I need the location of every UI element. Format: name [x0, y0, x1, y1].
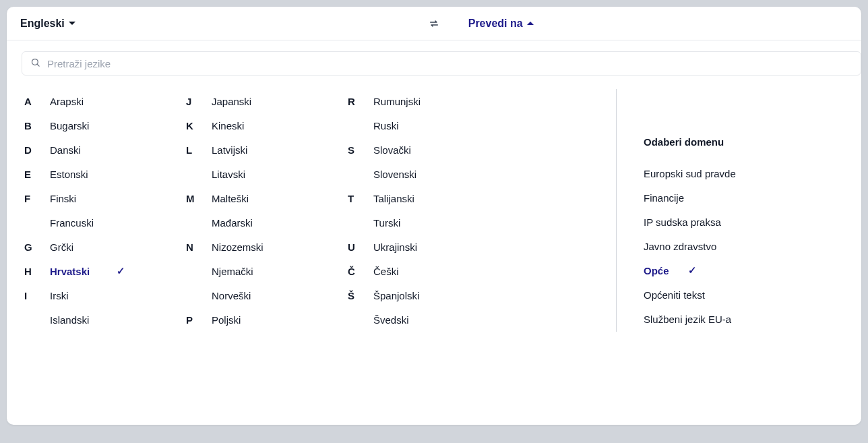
target-language-dropdown[interactable]: Prevedi na: [468, 18, 534, 30]
language-item[interactable]: Ukrajinski: [373, 241, 417, 253]
language-row: MMalteški: [185, 186, 319, 210]
language-row: NNizozemski: [185, 235, 319, 259]
domain-item[interactable]: Općeniti tekst: [644, 283, 845, 307]
header-bar: Engleski Prevedi na: [7, 7, 861, 40]
letter-header: D: [23, 144, 50, 156]
language-name: Ukrajinski: [373, 241, 417, 253]
language-name: Mađarski: [212, 217, 253, 229]
language-name: Bugarski: [50, 120, 89, 131]
language-item[interactable]: Danski: [50, 144, 81, 156]
language-item[interactable]: Estonski: [50, 169, 88, 180]
language-row: Slovenski: [346, 162, 481, 186]
letter-header: E: [23, 169, 50, 180]
language-row: TTalijanski: [346, 186, 481, 210]
language-row: BBugarski: [23, 113, 158, 138]
letter-header: R: [346, 96, 373, 107]
language-item[interactable]: Slovački: [373, 144, 411, 156]
language-name: Arapski: [50, 96, 84, 107]
search-container: [7, 40, 861, 89]
letter-header: U: [346, 241, 373, 253]
language-item[interactable]: Hrvatski✓: [50, 265, 125, 277]
language-row: ČČeški: [346, 259, 481, 283]
language-row: Ruski: [346, 113, 481, 138]
language-column: RRumunjskiRuskiSSlovačkiSlovenskiTTalija…: [346, 89, 481, 332]
domain-item[interactable]: Javno zdravstvo: [644, 234, 845, 258]
letter-header: I: [23, 290, 50, 301]
language-name: Islandski: [50, 314, 89, 326]
language-item[interactable]: Islandski: [50, 314, 89, 326]
domain-item[interactable]: Službeni jezik EU-a: [644, 307, 845, 331]
language-item[interactable]: Poljski: [212, 314, 241, 326]
language-item[interactable]: Francuski: [50, 217, 94, 229]
language-selector-panel: Engleski Prevedi na AArapsk: [7, 7, 861, 425]
letter-header: T: [346, 193, 373, 204]
language-name: Slovački: [373, 144, 411, 156]
domain-item-label: Opće: [644, 265, 669, 276]
language-item[interactable]: Arapski: [50, 96, 84, 107]
language-row: RRumunjski: [346, 89, 481, 113]
language-item[interactable]: Njemački: [212, 266, 253, 277]
language-item[interactable]: Švedski: [373, 314, 409, 326]
language-item[interactable]: Malteški: [212, 193, 249, 204]
letter-header: K: [185, 120, 212, 131]
language-name: Njemački: [212, 266, 253, 277]
language-item[interactable]: Slovenski: [373, 169, 416, 180]
language-row: KKineski: [185, 113, 319, 138]
language-row: Norveški: [185, 283, 319, 307]
domain-item-label: IP sudska praksa: [644, 216, 721, 228]
language-row: Francuski: [23, 210, 158, 235]
language-row: LLatvijski: [185, 138, 319, 162]
source-language-dropdown[interactable]: Engleski: [20, 18, 75, 30]
language-item[interactable]: Rumunjski: [373, 96, 421, 107]
domain-item-label: Europski sud pravde: [644, 168, 736, 179]
language-row: Švedski: [346, 307, 481, 332]
language-row: GGrčki: [23, 235, 158, 259]
language-item[interactable]: Češki: [373, 266, 399, 277]
language-item[interactable]: Litavski: [212, 169, 245, 180]
language-row: AArapski: [23, 89, 158, 113]
language-item[interactable]: Kineski: [212, 120, 244, 131]
search-field[interactable]: [22, 51, 861, 76]
language-item[interactable]: Nizozemski: [212, 241, 264, 253]
language-name: Malteški: [212, 193, 249, 204]
language-item[interactable]: Bugarski: [50, 120, 89, 131]
language-row: ŠŠpanjolski: [346, 283, 481, 307]
domain-item-label: Financije: [644, 192, 684, 204]
domain-item-label: Javno zdravstvo: [644, 241, 716, 252]
language-row: IIrski: [23, 283, 158, 307]
language-item[interactable]: Japanski: [212, 96, 251, 107]
language-item[interactable]: Norveški: [212, 290, 251, 301]
language-item[interactable]: Talijanski: [373, 193, 414, 204]
language-item[interactable]: Grčki: [50, 241, 73, 253]
domain-item[interactable]: IP sudska praksa: [644, 210, 845, 234]
letter-header: A: [23, 96, 50, 107]
domain-item[interactable]: Financije: [644, 185, 845, 210]
letter-header: H: [23, 266, 50, 277]
language-name: Danski: [50, 144, 81, 156]
language-name: Grčki: [50, 241, 73, 253]
body-container: AArapskiBBugarskiDDanskiEEstonskiFFinski…: [7, 89, 861, 348]
language-item[interactable]: Španjolski: [373, 290, 419, 301]
language-name: Litavski: [212, 169, 245, 180]
language-item[interactable]: Ruski: [373, 120, 399, 131]
language-name: Estonski: [50, 169, 88, 180]
language-item[interactable]: Irski: [50, 290, 69, 301]
language-name: Poljski: [212, 314, 241, 326]
domain-item[interactable]: Europski sud pravde: [644, 161, 845, 185]
search-input[interactable]: [47, 58, 852, 69]
language-row: UUkrajinski: [346, 235, 481, 259]
language-name: Slovenski: [373, 169, 416, 180]
language-item[interactable]: Latvijski: [212, 144, 247, 156]
domain-item[interactable]: Opće✓: [644, 258, 845, 283]
domain-item-label: Službeni jezik EU-a: [644, 314, 731, 325]
language-item[interactable]: Turski: [373, 217, 400, 229]
domain-item-label: Općeniti tekst: [644, 289, 705, 301]
language-row: HHrvatski✓: [23, 259, 158, 283]
language-row: Islandski: [23, 307, 158, 332]
language-name: Latvijski: [212, 144, 247, 156]
language-item[interactable]: Mađarski: [212, 217, 253, 229]
swap-languages-button[interactable]: [429, 18, 439, 29]
language-item[interactable]: Finski: [50, 193, 76, 204]
letter-header: G: [23, 241, 50, 253]
letter-header: Š: [346, 290, 373, 301]
